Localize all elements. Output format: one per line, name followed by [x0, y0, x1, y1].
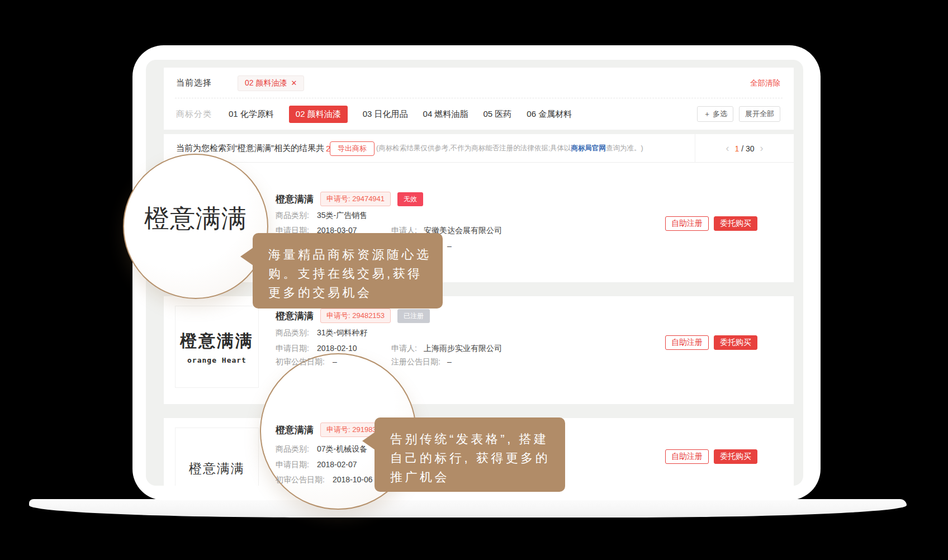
row-2-details: 橙意满满 申请号: 29482153 已注册 商品类别:31类-饲料种籽 申请日…: [276, 296, 667, 404]
self-register-button[interactable]: 自助注册: [665, 335, 709, 350]
reg-notice-value: –: [447, 241, 452, 250]
status-badge-registered: 已注册: [397, 309, 430, 323]
apply-date-label: 申请日期:: [276, 460, 309, 469]
result-row-2: 橙意满满 orange Heart 橙意满满 申请号: 29482153 已注册…: [164, 296, 794, 404]
tooltip-arrow-left: [240, 248, 253, 265]
first-notice-label: 初审公告日期:: [276, 475, 325, 484]
tooltip-line: 购。支持在线交易,获得: [268, 264, 428, 283]
page-separator: /: [741, 144, 743, 153]
category-item-01[interactable]: 01 化学原料: [229, 109, 274, 120]
category-value: 35类-广告销售: [317, 211, 367, 220]
first-notice-label: 初审公告日期:: [276, 357, 325, 366]
tooltip-trade-resources: 海量精品商标资源随心选 购。支持在线交易,获得 更多的交易机会: [253, 233, 443, 309]
page-indicator: 1 / 30: [734, 144, 754, 153]
tooltip-arrow-left: [362, 432, 375, 450]
category-item-05[interactable]: 05 医药: [483, 109, 511, 120]
magnifier-circle-1: 橙意满满: [123, 154, 268, 299]
selected-filter-tag[interactable]: 02 颜料油漆 ✕: [238, 75, 304, 91]
apply-date-label: 申请日期:: [276, 344, 309, 353]
first-notice-value: 2018-10-06: [333, 475, 373, 484]
magnified-trademark-text: 橙意满满: [124, 202, 267, 235]
application-number-tag: 申请号: 29474941: [320, 192, 391, 206]
application-number-tag: 申请号: 29482153: [320, 309, 391, 323]
first-notice-value: –: [333, 357, 337, 366]
tooltip-line: 自己的标行, 获得更多的: [390, 449, 551, 468]
entrust-buy-button[interactable]: 委托购买: [714, 449, 757, 464]
multi-select-button[interactable]: ＋ 多选: [697, 106, 733, 122]
trademark-image-2: 橙意满满 orange Heart: [175, 306, 259, 388]
screenshot-stage: 当前选择 02 颜料油漆 ✕ 全部清除 商标分类 01 化学原料 02 颜料油漆…: [0, 0, 948, 560]
trademark-image-text: 橙意满满: [189, 460, 245, 477]
category-item-04[interactable]: 04 燃料油脂: [423, 109, 468, 120]
disclaimer-pre: (商标检索结果仅供参考,不作为商标能否注册的法律依据;具体以: [376, 144, 571, 153]
reg-notice-cell: 注册公告日期:–: [391, 357, 452, 367]
apply-date-value: 2018-02-10: [317, 344, 357, 353]
selected-filter-tag-label: 02 颜料油漆: [245, 78, 287, 88]
disclaimer-post: 查询为准。): [606, 144, 643, 153]
current-page: 1: [734, 144, 739, 153]
category-label: 商品类别:: [276, 211, 309, 220]
reg-notice-value: –: [447, 357, 452, 366]
applicant-cell: 申请人:上海雨步实业有限公司: [391, 344, 502, 354]
trademark-name[interactable]: 橙意满满: [276, 424, 314, 436]
tooltip-line: 更多的交易机会: [268, 283, 428, 302]
export-trademark-button[interactable]: 导出商标: [330, 141, 375, 156]
row-2-title-line: 橙意满满 申请号: 29482153 已注册: [276, 309, 430, 323]
trademark-name[interactable]: 橙意满满: [276, 193, 314, 206]
pagination: ‹ 1 / 30 ›: [695, 134, 794, 163]
trademark-image-text: 橙意满满: [180, 330, 254, 353]
trademark-office-link[interactable]: 商标局官网: [571, 144, 606, 153]
tooltip-line: 告别传统“发表格”, 搭建: [390, 430, 551, 449]
next-page-icon[interactable]: ›: [760, 143, 764, 154]
trademark-name[interactable]: 橙意满满: [276, 310, 314, 322]
category-value: 07类-机械设备: [317, 444, 367, 453]
category-item-02-selected[interactable]: 02 颜料油漆: [289, 106, 348, 123]
row-1-category-line: 商品类别:35类-广告销售: [276, 211, 667, 221]
category-value: 31类-饲料种籽: [317, 328, 367, 337]
current-selection-row: 当前选择 02 颜料油漆 ✕ 全部清除: [164, 68, 794, 98]
category-label: 商品类别:: [276, 328, 309, 337]
row-1-title-line: 橙意满满 申请号: 29474941 无效: [276, 192, 423, 206]
row-2-category-line: 商品类别:31类-饲料种籽: [276, 328, 667, 338]
row-2-notice-line: 初审公告日期:– 注册公告日期:–: [276, 357, 667, 367]
results-header: 当前为您检索到“橙意满满”相关的结果共28个 导出商标 (商标检索结果仅供参考,…: [164, 134, 794, 163]
category-row: 商标分类 01 化学原料 02 颜料油漆 03 日化用品 04 燃料油脂 05 …: [164, 98, 794, 130]
applicant-label: 申请人:: [391, 344, 417, 353]
laptop-base: [29, 499, 907, 518]
trademark-image-subtext: orange Heart: [187, 356, 247, 364]
category-row-label: 商标分类: [176, 109, 212, 120]
filter-panel: 当前选择 02 颜料油漆 ✕ 全部清除 商标分类 01 化学原料 02 颜料油漆…: [164, 68, 794, 130]
row-3-actions: 自助注册 委托购买: [665, 449, 757, 464]
filter-actions: ＋ 多选 展开全部: [697, 106, 780, 122]
current-selection-label: 当前选择: [176, 78, 212, 88]
results-disclaimer: (商标检索结果仅供参考,不作为商标能否注册的法律依据;具体以商标局官网查询为准。…: [376, 134, 643, 163]
total-pages: 30: [746, 144, 755, 153]
applicant-value: 上海雨步实业有限公司: [424, 344, 502, 353]
trademark-image-3: 橙意满满: [175, 428, 259, 486]
self-register-button[interactable]: 自助注册: [665, 216, 709, 231]
apply-date-value: 2018-02-07: [317, 460, 357, 469]
tooltip-promotion: 告别传统“发表格”, 搭建 自己的标行, 获得更多的 推广机会: [375, 417, 565, 492]
tooltip-line: 海量精品商标资源随心选: [268, 245, 428, 264]
category-item-06[interactable]: 06 金属材料: [527, 109, 572, 120]
entrust-buy-button[interactable]: 委托购买: [714, 216, 757, 231]
self-register-button[interactable]: 自助注册: [665, 449, 709, 464]
row-2-actions: 自助注册 委托购买: [665, 335, 757, 350]
category-item-03[interactable]: 03 日化用品: [363, 109, 408, 120]
remove-tag-icon[interactable]: ✕: [291, 79, 297, 87]
row-2-date-line: 申请日期:2018-02-10 申请人:上海雨步实业有限公司: [276, 344, 667, 354]
row-1-actions: 自助注册 委托购买: [665, 216, 757, 231]
status-badge-invalid: 无效: [397, 192, 423, 206]
category-label: 商品类别:: [276, 444, 309, 453]
summary-prefix: 当前为您检索到“橙意满满”相关的结果共: [176, 143, 324, 154]
tooltip-line: 推广机会: [390, 468, 551, 487]
expand-all-button[interactable]: 展开全部: [739, 106, 780, 122]
entrust-buy-button[interactable]: 委托购买: [714, 335, 757, 350]
prev-page-icon[interactable]: ‹: [726, 143, 729, 154]
clear-all-button[interactable]: 全部清除: [750, 78, 780, 88]
reg-notice-label: 注册公告日期:: [391, 357, 440, 366]
